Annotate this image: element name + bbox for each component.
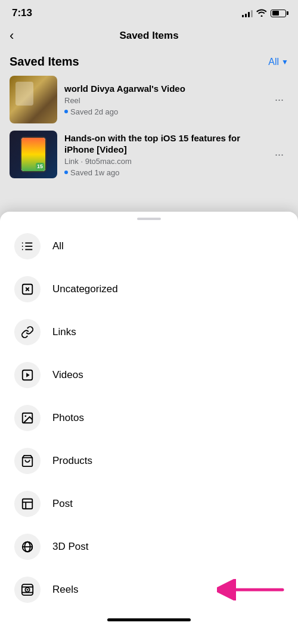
status-time: 7:13 [12,7,32,19]
category-item-photos[interactable]: Photos [0,397,298,439]
category-item-reels[interactable]: Reels [0,568,298,611]
reels-icon [14,577,41,603]
item-saved-1: Saved 2d ago [64,107,263,116]
category-label-post: Post [52,498,73,510]
svg-point-3 [22,243,23,244]
list-icon [14,233,41,259]
nav-header: ‹ Saved Items [0,24,298,48]
item-title-1: world Divya Agarwal's Video [64,83,263,95]
battery-icon [271,10,286,17]
status-icons [242,8,286,18]
filter-button[interactable]: All ▼ [268,57,288,67]
wifi-icon [256,8,267,18]
category-item-3d-post[interactable]: 3D Post [0,525,298,568]
category-item-post[interactable]: Post [0,482,298,525]
image-icon [14,405,41,431]
filter-label: All [268,57,279,67]
item-thumbnail-2: 15 [10,131,57,178]
item-meta-2: Link · 9to5mac.com [64,157,263,166]
back-button[interactable]: ‹ [10,28,14,44]
category-label-reels: Reels [52,584,78,596]
svg-point-22 [27,589,29,591]
category-label-photos: Photos [52,412,84,424]
category-label-3d-post: 3D Post [52,541,88,553]
item-thumbnail-1 [10,76,57,123]
item-saved-2: Saved 1w ago [64,168,263,177]
item-meta-1: Reel [64,96,263,105]
svg-point-5 [22,249,23,250]
3d-post-icon [14,534,41,560]
saved-time-1: Saved 2d ago [70,107,118,116]
category-label-videos: Videos [52,369,83,381]
bottom-sheet: All Uncategorized Links [0,212,298,644]
saved-dot-icon [64,171,68,174]
list-item: 15 Hands-on with the top iOS 15 features… [10,131,288,178]
item-info-1: world Divya Agarwal's Video Reel Saved 2… [64,83,263,116]
list-item: world Divya Agarwal's Video Reel Saved 2… [10,76,288,123]
play-circle-icon [14,362,41,388]
category-item-all[interactable]: All [0,225,298,268]
svg-marker-10 [26,373,30,377]
section-header: Saved Items All ▼ [10,55,288,69]
main-content: Saved Items All ▼ world Divya Agarwal's … [0,48,298,178]
category-item-videos[interactable]: Videos [0,354,298,397]
reels-arrow-indicator [217,579,288,600]
saved-dot-icon [64,110,68,113]
home-indicator [107,618,191,621]
section-title: Saved Items [10,55,79,69]
sheet-handle [137,218,161,220]
svg-point-12 [24,415,26,417]
saved-time-2: Saved 1w ago [70,168,119,177]
item-info-2: Hands-on with the top iOS 15 features fo… [64,132,263,177]
signal-icon [242,9,253,17]
more-options-button-1[interactable]: ··· [270,91,288,109]
category-item-uncategorized[interactable]: Uncategorized [0,268,298,311]
category-label-uncategorized: Uncategorized [52,283,118,295]
page-title: Saved Items [119,30,178,42]
bag-icon [14,448,41,474]
category-label-links: Links [52,326,76,338]
category-item-links[interactable]: Links [0,311,298,354]
item-title-2: Hands-on with the top iOS 15 features fo… [64,132,263,156]
status-bar: 7:13 [0,0,298,24]
more-options-button-2[interactable]: ··· [270,146,288,163]
box-x-icon [14,276,41,302]
category-item-products[interactable]: Products [0,439,298,482]
svg-rect-14 [23,499,33,509]
category-label-all: All [52,240,64,252]
link-icon [14,319,41,345]
filter-arrow-icon: ▼ [281,58,288,66]
post-icon [14,491,41,517]
category-label-products: Products [52,455,92,467]
svg-point-4 [22,246,23,247]
